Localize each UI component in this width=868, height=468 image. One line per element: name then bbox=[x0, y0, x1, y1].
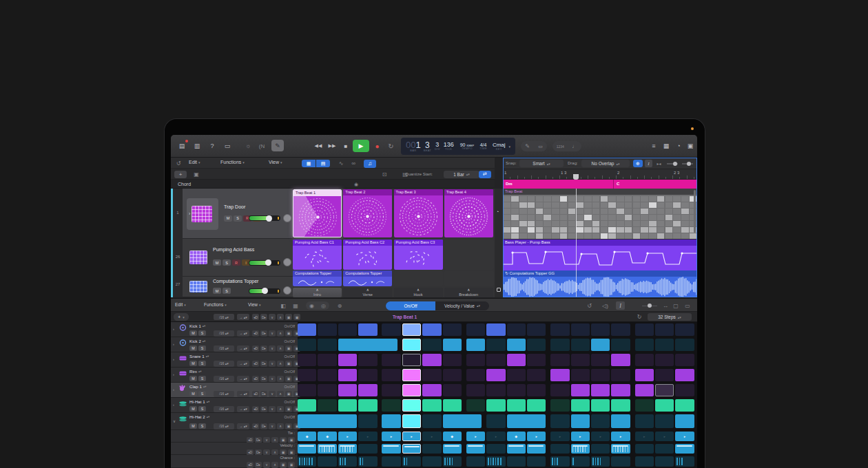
row-stepper-icon[interactable]: ▴▾ bbox=[207, 415, 210, 418]
nudge-left-icon[interactable]: ◂D bbox=[252, 330, 259, 337]
step-cell[interactable] bbox=[382, 323, 400, 336]
row-header[interactable]: ∨Hi-Hat 2▴▾On/OffMS/16 ▴▾→ ▴▾◂DD▸∨∧▣▣ bbox=[171, 413, 298, 430]
drum-grid-cell[interactable] bbox=[601, 202, 608, 208]
drum-grid-cell[interactable] bbox=[617, 196, 624, 202]
step-cell[interactable] bbox=[507, 369, 526, 381]
randomize-icon[interactable]: ▣ bbox=[285, 406, 292, 412]
randomize-icon[interactable]: ▣ bbox=[280, 462, 287, 468]
step-cell[interactable] bbox=[318, 354, 336, 366]
drum-grid-cell[interactable] bbox=[641, 215, 648, 220]
drum-grid-cell[interactable] bbox=[504, 221, 511, 226]
drum-grid-cell[interactable] bbox=[673, 202, 681, 208]
drum-grid-cell[interactable] bbox=[657, 227, 665, 233]
drum-grid-cell[interactable] bbox=[560, 202, 568, 208]
disclosure-icon[interactable]: › bbox=[173, 372, 174, 376]
metronome-icon[interactable]: ♩ bbox=[572, 143, 577, 149]
note-cell[interactable] bbox=[591, 414, 610, 428]
record-button[interactable]: ● bbox=[372, 141, 382, 151]
randomize-icon[interactable]: ▣ bbox=[285, 361, 292, 367]
step-cell[interactable] bbox=[466, 354, 485, 366]
drum-grid-cell[interactable] bbox=[576, 202, 583, 208]
cell-edit-icon[interactable]: ⊡ bbox=[380, 171, 389, 178]
velocity-cell[interactable] bbox=[358, 444, 377, 454]
chance-cell[interactable] bbox=[382, 456, 400, 467]
chance-cell[interactable] bbox=[298, 456, 316, 467]
step-cell[interactable] bbox=[507, 399, 526, 412]
stop-button[interactable]: ■ bbox=[341, 142, 351, 150]
step-cell[interactable] bbox=[318, 384, 336, 396]
step-cell[interactable] bbox=[635, 399, 654, 412]
drum-grid-cell[interactable] bbox=[633, 209, 641, 214]
step-cell[interactable] bbox=[338, 369, 357, 381]
record-quantize-icon[interactable]: ⊕ bbox=[335, 301, 344, 310]
rate-stepper[interactable]: /16 ▴▾ bbox=[214, 391, 234, 397]
drum-grid-cell[interactable] bbox=[568, 196, 576, 202]
drum-grid-cell[interactable] bbox=[617, 227, 624, 233]
drum-grid-cell[interactable] bbox=[519, 221, 527, 226]
randomize-icon[interactable]: ▣ bbox=[285, 376, 292, 382]
pencil-tool-icon[interactable]: ✎ bbox=[271, 140, 284, 151]
drum-grid-cell[interactable] bbox=[576, 221, 583, 226]
note-cell[interactable] bbox=[635, 414, 654, 428]
rate-stepper[interactable]: /16 ▴▾ bbox=[214, 361, 234, 367]
drum-grid-cell[interactable] bbox=[504, 233, 511, 239]
rotate-stepper[interactable]: → ▴▾ bbox=[237, 314, 249, 320]
drum-grid-cell[interactable] bbox=[625, 215, 632, 220]
increment-icon[interactable]: ∧ bbox=[277, 314, 284, 320]
step-cell[interactable] bbox=[507, 323, 526, 336]
nudge-right-icon[interactable]: D▸ bbox=[260, 361, 267, 367]
rate-stepper[interactable]: /16 ▴▾ bbox=[214, 423, 234, 429]
increment-icon[interactable]: ∧ bbox=[277, 345, 284, 352]
lcd-display[interactable]: 001 BAR 3BEAT 3DIV 136TICK 90KEEP TEMPO … bbox=[401, 138, 515, 155]
drum-grid-cell[interactable] bbox=[536, 221, 544, 226]
drum-grid-cell[interactable] bbox=[592, 215, 600, 220]
step-cell[interactable] bbox=[358, 384, 377, 396]
drum-grid-cell[interactable] bbox=[608, 215, 616, 220]
pattern-browser-icon[interactable]: ◧ bbox=[278, 301, 288, 310]
drum-grid-cell[interactable] bbox=[601, 215, 608, 220]
step-cell[interactable] bbox=[675, 339, 694, 351]
drum-grid-cell[interactable] bbox=[641, 227, 648, 233]
step-cell[interactable] bbox=[507, 384, 526, 396]
chance-cell[interactable] bbox=[550, 456, 569, 467]
kit-grid-icon[interactable]: ▦ bbox=[291, 301, 300, 310]
decrement-icon[interactable]: ∨ bbox=[263, 462, 270, 468]
alerts-bell-icon[interactable]: ◔ bbox=[674, 141, 683, 151]
drum-grid-cell[interactable] bbox=[528, 209, 535, 214]
step-cell[interactable] bbox=[527, 339, 546, 351]
step-cell[interactable] bbox=[382, 369, 400, 381]
drum-grid-cell[interactable] bbox=[511, 196, 519, 202]
note-cell[interactable] bbox=[358, 414, 377, 428]
step-cell[interactable] bbox=[298, 384, 316, 396]
step-cell[interactable] bbox=[655, 339, 674, 351]
drum-grid-cell[interactable] bbox=[633, 227, 641, 233]
loop-cell-header[interactable]: Trap Beat 4 bbox=[444, 189, 493, 195]
solo-button[interactable]: S bbox=[223, 259, 231, 266]
drum-grid-cell[interactable] bbox=[519, 196, 527, 202]
drum-grid-cell[interactable] bbox=[641, 196, 648, 202]
rotate-stepper[interactable]: → ▴▾ bbox=[237, 361, 249, 367]
chance-cell[interactable] bbox=[443, 456, 462, 467]
step-cell[interactable] bbox=[635, 369, 654, 381]
drum-grid-cell[interactable] bbox=[673, 233, 681, 239]
step-cell[interactable] bbox=[527, 323, 546, 336]
drum-grid-cell[interactable] bbox=[601, 233, 608, 239]
back-icon[interactable]: ↺ bbox=[174, 160, 183, 167]
drum-grid-cell[interactable] bbox=[673, 209, 681, 214]
playhead-marker[interactable] bbox=[573, 174, 579, 180]
rotate-stepper[interactable]: → ▴▾ bbox=[237, 423, 249, 429]
velocity-cell[interactable] bbox=[527, 444, 546, 454]
drum-grid-cell[interactable] bbox=[608, 227, 616, 233]
snap-select[interactable]: Smart▴▾ bbox=[519, 160, 564, 167]
drum-grid-cell[interactable] bbox=[552, 227, 559, 233]
velocity-cell[interactable] bbox=[338, 444, 357, 454]
row-mute-button[interactable]: M bbox=[189, 391, 197, 396]
step-cell[interactable] bbox=[571, 354, 590, 366]
drum-grid-cell[interactable] bbox=[544, 196, 551, 202]
drum-grid-cell[interactable] bbox=[584, 196, 592, 202]
pattern-loop-icon[interactable]: ↻ bbox=[635, 313, 643, 321]
step-cell[interactable] bbox=[466, 323, 485, 336]
drum-grid-cell[interactable] bbox=[681, 202, 689, 208]
velocity-cell[interactable] bbox=[298, 444, 316, 454]
drum-grid-cell[interactable] bbox=[625, 209, 632, 214]
